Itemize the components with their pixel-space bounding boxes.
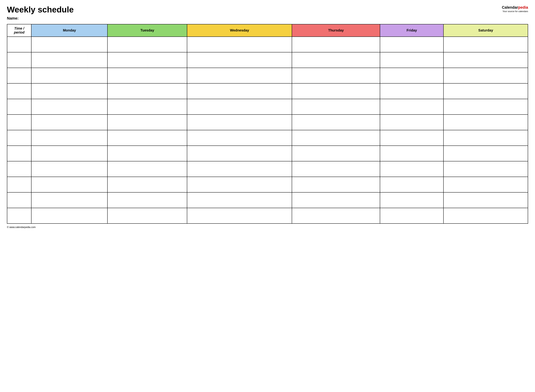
schedule-cell[interactable] <box>31 177 108 192</box>
table-row <box>7 68 528 83</box>
time-cell[interactable] <box>7 130 31 146</box>
schedule-cell[interactable] <box>380 146 443 161</box>
table-row <box>7 192 528 208</box>
schedule-cell[interactable] <box>292 130 380 146</box>
footer-url: © www.calendarpedia.com <box>7 226 36 229</box>
time-cell[interactable] <box>7 37 31 52</box>
table-row <box>7 115 528 130</box>
schedule-cell[interactable] <box>380 68 443 83</box>
schedule-cell[interactable] <box>380 130 443 146</box>
schedule-cell[interactable] <box>443 99 528 115</box>
schedule-cell[interactable] <box>443 146 528 161</box>
schedule-cell[interactable] <box>187 208 292 224</box>
schedule-cell[interactable] <box>292 99 380 115</box>
time-cell[interactable] <box>7 99 31 115</box>
schedule-cell[interactable] <box>380 83 443 99</box>
schedule-cell[interactable] <box>443 83 528 99</box>
schedule-cell[interactable] <box>187 146 292 161</box>
time-cell[interactable] <box>7 192 31 208</box>
schedule-cell[interactable] <box>380 192 443 208</box>
schedule-cell[interactable] <box>443 130 528 146</box>
schedule-cell[interactable] <box>108 130 187 146</box>
table-row <box>7 83 528 99</box>
schedule-cell[interactable] <box>108 115 187 130</box>
schedule-cell[interactable] <box>292 52 380 68</box>
schedule-cell[interactable] <box>187 37 292 52</box>
schedule-cell[interactable] <box>31 192 108 208</box>
schedule-cell[interactable] <box>187 192 292 208</box>
header-monday: Monday <box>31 24 108 37</box>
header-wednesday: Wednesday <box>187 24 292 37</box>
schedule-cell[interactable] <box>187 83 292 99</box>
schedule-cell[interactable] <box>443 37 528 52</box>
schedule-cell[interactable] <box>380 161 443 177</box>
table-row <box>7 177 528 192</box>
schedule-cell[interactable] <box>443 208 528 224</box>
table-row <box>7 99 528 115</box>
schedule-cell[interactable] <box>108 177 187 192</box>
schedule-cell[interactable] <box>108 52 187 68</box>
time-cell[interactable] <box>7 177 31 192</box>
schedule-cell[interactable] <box>443 52 528 68</box>
schedule-cell[interactable] <box>31 68 108 83</box>
schedule-cell[interactable] <box>292 192 380 208</box>
schedule-cell[interactable] <box>108 37 187 52</box>
time-cell[interactable] <box>7 161 31 177</box>
schedule-cell[interactable] <box>380 208 443 224</box>
table-row <box>7 146 528 161</box>
time-cell[interactable] <box>7 83 31 99</box>
schedule-cell[interactable] <box>292 161 380 177</box>
header-thursday: Thursday <box>292 24 380 37</box>
schedule-cell[interactable] <box>187 52 292 68</box>
schedule-cell[interactable] <box>31 130 108 146</box>
schedule-cell[interactable] <box>443 115 528 130</box>
schedule-cell[interactable] <box>292 115 380 130</box>
schedule-cell[interactable] <box>380 37 443 52</box>
time-cell[interactable] <box>7 208 31 224</box>
schedule-table: Time / period Monday Tuesday Wednesday T… <box>7 24 528 224</box>
schedule-cell[interactable] <box>31 37 108 52</box>
schedule-cell[interactable] <box>380 115 443 130</box>
schedule-cell[interactable] <box>292 177 380 192</box>
footer: © www.calendarpedia.com <box>7 226 528 229</box>
time-cell[interactable] <box>7 68 31 83</box>
schedule-cell[interactable] <box>187 115 292 130</box>
schedule-cell[interactable] <box>108 208 187 224</box>
schedule-cell[interactable] <box>108 83 187 99</box>
schedule-cell[interactable] <box>292 208 380 224</box>
schedule-cell[interactable] <box>31 146 108 161</box>
schedule-cell[interactable] <box>31 52 108 68</box>
schedule-cell[interactable] <box>31 99 108 115</box>
schedule-cell[interactable] <box>108 161 187 177</box>
schedule-cell[interactable] <box>31 83 108 99</box>
schedule-cell[interactable] <box>31 208 108 224</box>
schedule-cell[interactable] <box>443 192 528 208</box>
schedule-cell[interactable] <box>292 37 380 52</box>
schedule-cell[interactable] <box>443 177 528 192</box>
schedule-cell[interactable] <box>292 68 380 83</box>
schedule-cell[interactable] <box>187 161 292 177</box>
schedule-cell[interactable] <box>292 146 380 161</box>
schedule-cell[interactable] <box>108 99 187 115</box>
schedule-cell[interactable] <box>443 68 528 83</box>
schedule-cell[interactable] <box>108 192 187 208</box>
time-cell[interactable] <box>7 115 31 130</box>
schedule-cell[interactable] <box>31 161 108 177</box>
table-row <box>7 208 528 224</box>
schedule-cell[interactable] <box>187 130 292 146</box>
logo-pedia: pedia <box>518 5 528 9</box>
schedule-cell[interactable] <box>292 83 380 99</box>
schedule-cell[interactable] <box>187 177 292 192</box>
schedule-cell[interactable] <box>31 115 108 130</box>
table-row <box>7 52 528 68</box>
schedule-cell[interactable] <box>443 161 528 177</box>
schedule-cell[interactable] <box>380 52 443 68</box>
schedule-cell[interactable] <box>380 177 443 192</box>
schedule-cell[interactable] <box>187 99 292 115</box>
schedule-cell[interactable] <box>108 68 187 83</box>
time-cell[interactable] <box>7 52 31 68</box>
schedule-cell[interactable] <box>187 68 292 83</box>
schedule-cell[interactable] <box>380 99 443 115</box>
schedule-cell[interactable] <box>108 146 187 161</box>
time-cell[interactable] <box>7 146 31 161</box>
